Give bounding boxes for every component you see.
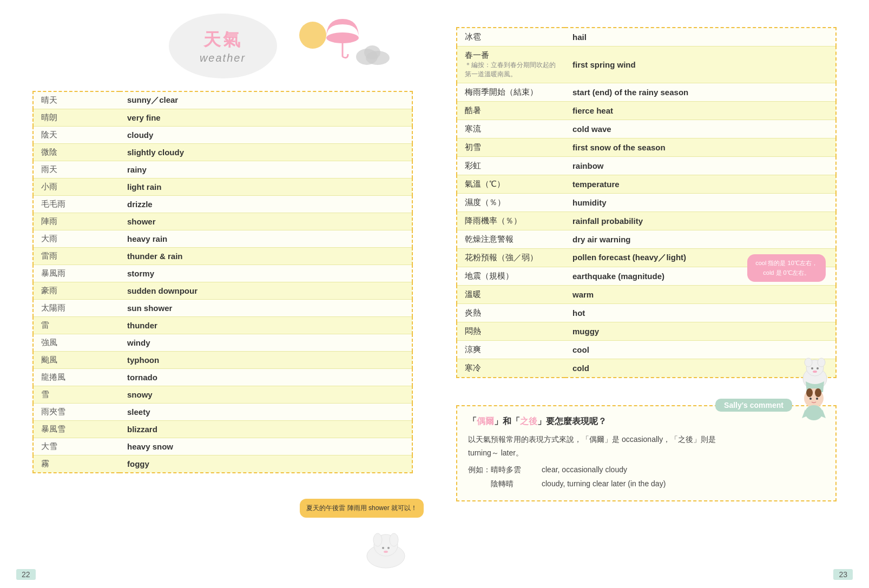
svg-point-4: [364, 45, 380, 60]
chinese-cell: 冰雹: [457, 28, 565, 47]
chinese-cell: 霧: [33, 455, 120, 473]
english-cell: sleety: [120, 404, 412, 421]
title-chinese: 天氣: [203, 28, 242, 52]
english-cell: typhoon: [120, 352, 412, 369]
page-number-right: 23: [833, 569, 853, 580]
chinese-cell: 強風: [33, 334, 120, 352]
english-cell: cool: [565, 341, 836, 359]
table-row: 毛毛雨 drizzle: [33, 196, 412, 213]
english-cell: sun shower: [120, 300, 412, 317]
chinese-cell: 彩虹: [457, 157, 565, 175]
sallys-comment: Sally's comment 「偶爾」和「之後」要怎麼表現呢？: [456, 405, 837, 501]
english-cell: stormy: [120, 265, 412, 282]
table-row: 暴風雨 stormy: [33, 265, 412, 282]
sallys-comment-title: 「偶爾」和「之後」要怎麼表現呢？: [468, 416, 825, 427]
table-row: 悶熱 muggy: [457, 322, 836, 341]
table-row: 雨夾雪 sleety: [33, 404, 412, 421]
chinese-cell: 雷雨: [33, 248, 120, 265]
sallys-tag: Sally's comment: [715, 399, 792, 412]
svg-point-17: [817, 367, 819, 369]
chinese-cell: 酷暑: [457, 102, 565, 120]
chinese-cell: 雪: [33, 386, 120, 404]
english-cell: heavy rain: [120, 230, 412, 248]
callout-bubble: 夏天的午後雷 陣雨用 shower 就可以！: [300, 499, 424, 518]
english-cell: dry air warning: [565, 230, 836, 249]
english-cell: foggy: [120, 455, 412, 473]
page: 天氣 weather: [0, 0, 869, 588]
chinese-cell: 梅雨季開始（結束）: [457, 83, 565, 102]
english-cell: snowy: [120, 386, 412, 404]
english-cell: rainy: [120, 161, 412, 179]
vocab-table: 晴天 sunny／clear 晴朗 very fine 陰天 cloudy 微陰…: [32, 91, 413, 473]
table-row: 晴朗 very fine: [33, 109, 412, 127]
english-cell: first spring wind: [565, 47, 836, 83]
chinese-cell: 炎熱: [457, 304, 565, 322]
table-row: 颱風 typhoon: [33, 352, 412, 369]
english-cell: drizzle: [120, 196, 412, 213]
page-number-left: 22: [16, 569, 36, 580]
table-row: 強風 windy: [33, 334, 412, 352]
table-row: 大雪 heavy snow: [33, 438, 412, 455]
chinese-cell: 春一番＊編按：立春到春分期間吹起的第一道溫暖南風。: [457, 47, 565, 83]
svg-point-8: [390, 533, 398, 546]
english-cell: thunder & rain: [120, 248, 412, 265]
table-row: 乾燥注意警報 dry air warning: [457, 230, 836, 249]
svg-point-18: [813, 371, 817, 373]
table-row: 冰雹 hail: [457, 28, 836, 47]
table-row: 陰天 cloudy: [33, 127, 412, 144]
table-row: 晴天 sunny／clear: [33, 91, 412, 109]
chinese-cell: 溫暖: [457, 286, 565, 304]
table-row: 雪 snowy: [33, 386, 412, 404]
chinese-cell: 暴風雪: [33, 421, 120, 438]
sally-character: [798, 385, 830, 425]
chinese-cell: 氣溫（℃）: [457, 175, 565, 194]
chinese-cell: 太陽雨: [33, 300, 120, 317]
table-row: 溫暖 warm: [457, 286, 836, 304]
chinese-cell: 寒流: [457, 120, 565, 138]
chinese-cell: 大雪: [33, 438, 120, 455]
english-cell: cold wave: [565, 120, 836, 138]
english-cell: sunny／clear: [120, 91, 412, 109]
english-cell: very fine: [120, 109, 412, 127]
svg-point-15: [818, 358, 825, 367]
table-row: 濕度（％） humidity: [457, 194, 836, 212]
table-row: 微陰 slightly cloudy: [33, 144, 412, 161]
chinese-cell: 悶熱: [457, 322, 565, 341]
table-row: 暴風雪 blizzard: [33, 421, 412, 438]
example-line: 陰轉晴cloudy, turning clear later (in the d…: [468, 477, 825, 491]
english-cell: temperature: [565, 175, 836, 194]
svg-point-10: [387, 547, 390, 549]
table-row: 彩虹 rainbow: [457, 157, 836, 175]
english-cell: humidity: [565, 194, 836, 212]
table-row: 雷雨 thunder & rain: [33, 248, 412, 265]
english-cell: cloudy: [120, 127, 412, 144]
english-cell: hot: [565, 304, 836, 322]
table-row: 太陽雨 sun shower: [33, 300, 412, 317]
chinese-cell: 寒冷: [457, 359, 565, 378]
table-row: 龍捲風 tornado: [33, 369, 412, 386]
chinese-cell: 陣雨: [33, 213, 120, 230]
svg-point-21: [815, 388, 821, 397]
chinese-cell: 微陰: [33, 144, 120, 161]
chinese-cell: 雷: [33, 317, 120, 334]
chinese-cell: 暴風雨: [33, 265, 120, 282]
svg-point-9: [382, 547, 384, 549]
table-row: 酷暑 fierce heat: [457, 102, 836, 120]
table-row: 降雨機率（％） rainfall probability: [457, 212, 836, 230]
english-cell: cold: [565, 359, 836, 378]
english-cell: light rain: [120, 179, 412, 196]
example-line: 例如：晴時多雲clear, occasionally cloudy: [468, 463, 825, 477]
svg-point-22: [809, 398, 812, 400]
chinese-cell: 颱風: [33, 352, 120, 369]
examples: 例如：晴時多雲clear, occasionally cloudy 陰轉晴clo…: [468, 463, 825, 490]
chinese-cell: 涼爽: [457, 341, 565, 359]
english-cell: hail: [565, 28, 836, 47]
left-page: 天氣 weather: [0, 0, 435, 588]
table-row: 氣溫（℃） temperature: [457, 175, 836, 194]
english-cell: heavy snow: [120, 438, 412, 455]
table-row: 涼爽 cool: [457, 341, 836, 359]
note-bubble: cool 指的是 10℃左右，cold 是 0℃左右。: [747, 254, 826, 282]
table-row: 春一番＊編按：立春到春分期間吹起的第一道溫暖南風。 first spring w…: [457, 47, 836, 83]
chinese-cell: 濕度（％）: [457, 194, 565, 212]
table-row: 豪雨 sudden downpour: [33, 282, 412, 300]
